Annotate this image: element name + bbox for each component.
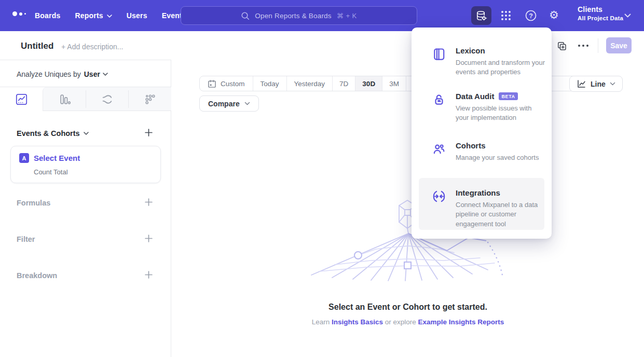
plus-icon [144,128,153,137]
chart-type-dropdown[interactable]: Line [569,76,623,92]
org-name: Clients [578,5,623,13]
nav-item-label: Users [127,11,147,20]
apps-grid-button[interactable] [500,9,512,22]
menu-item-description: Connect Mixpanel to a data pipeline or c… [456,200,546,229]
search-placeholder: Open Reports & Boards [255,12,332,20]
analyze-uniques-row: Analyze Uniques by User [17,70,108,78]
date-range-label: 30D [362,80,375,88]
subtitle-text: Learn [312,318,330,326]
more-options-button[interactable] [578,45,588,47]
nav-item-label: Reports [75,11,103,20]
chevron-down-icon [244,102,250,105]
insights-basics-link[interactable]: Insights Basics [332,318,383,326]
project-selector[interactable]: Clients All Project Data [578,5,623,21]
analyze-label: Analyze Uniques by [17,70,81,78]
settings-button[interactable]: ⚙ [549,9,559,21]
tab-retention[interactable] [129,87,171,111]
menu-item-description: View possible issues with your implement… [456,104,546,123]
menu-item-title: Integrations [456,188,546,197]
tab-insights[interactable] [0,87,43,111]
integrations-arrows-icon [432,188,446,229]
add-breakdown-button[interactable] [144,270,153,279]
global-search-input[interactable]: Open Reports & Boards ⌘ + K [181,6,417,25]
compare-dropdown[interactable]: Compare [199,95,259,112]
calendar-icon [208,79,216,88]
menu-item-lexicon[interactable]: Lexicon Document and transform your even… [432,46,546,77]
nav-item-label: Boards [35,11,60,20]
tab-flows[interactable] [86,87,128,111]
date-range-3m[interactable]: 3M [382,76,406,91]
date-range-label: Today [261,80,279,88]
menu-item-description: Document and transform your events and p… [456,58,546,77]
menu-item-title: Cohorts [456,141,546,150]
filter-section-label: Filter [17,235,35,243]
date-range-label: 3M [389,80,399,88]
funnels-bars-icon [58,93,71,106]
beta-badge: BETA [499,92,517,100]
flows-icon [101,93,114,106]
menu-item-description: Manage your saved cohorts [456,153,546,162]
date-range-today[interactable]: Today [253,76,287,91]
formulas-section-label: Formulas [17,199,50,207]
event-row-card[interactable]: A Select Event Count Total [10,146,161,183]
data-audit-lock-icon [432,92,446,123]
report-canvas: Custom Today Yesterday 7D 30D 3M 6M 12M … [172,60,644,357]
copy-icon [557,41,567,51]
chevron-down-icon [610,82,615,86]
menu-item-cohorts[interactable]: Cohorts Manage your saved cohorts [432,141,546,162]
nav-item-reports[interactable]: Reports [75,11,112,20]
chevron-down-icon [107,15,112,18]
date-range-yesterday[interactable]: Yesterday [287,76,333,91]
event-letter-badge: A [19,153,29,163]
menu-item-data-audit[interactable]: Data AuditBETA View possible issues with… [432,92,546,123]
date-range-7d[interactable]: 7D [333,76,355,91]
breakdown-section-label: Breakdown [17,271,57,280]
lexicon-book-icon [432,46,446,77]
nav-item-boards[interactable]: Boards [35,11,60,20]
top-nav: Boards Reports Users Events Open Reports… [0,0,644,31]
add-filter-button[interactable] [144,234,153,243]
menu-item-integrations[interactable]: Integrations Connect Mixpanel to a data … [432,188,546,229]
menu-item-title: Lexicon [456,46,546,55]
chevron-down-icon [624,13,631,18]
data-management-dropdown: Lexicon Document and transform your even… [412,28,552,239]
data-management-button[interactable] [471,6,491,25]
gear-icon: ⚙ [549,9,559,21]
cohorts-people-icon [432,141,446,162]
add-event-button[interactable] [144,128,153,137]
compare-label: Compare [208,100,240,108]
duplicate-button[interactable] [557,41,567,51]
count-total-label[interactable]: Count Total [34,168,68,176]
analyze-value-dropdown[interactable]: User [84,70,108,78]
date-range-custom[interactable]: Custom [200,76,253,91]
apps-grid-icon [500,9,512,22]
chevron-down-icon [103,73,108,76]
report-description-placeholder[interactable]: + Add description... [61,43,123,51]
example-insights-reports-link[interactable]: Example Insights Reports [418,318,504,326]
svg-text:?: ? [529,12,533,20]
retention-dots-icon [144,93,157,106]
events-cohorts-header[interactable]: Events & Cohorts [17,129,89,138]
report-title[interactable]: Untitled [21,41,53,51]
plus-icon [144,198,153,207]
add-formula-button[interactable] [144,198,153,207]
insights-chart-icon [15,93,28,106]
empty-state-title: Select an Event or Cohort to get started… [172,303,644,312]
chart-type-label: Line [591,80,606,88]
subtitle-text: or explore [385,318,416,326]
help-button[interactable]: ? [525,9,537,22]
date-range-label: 7D [339,80,348,88]
select-event-label[interactable]: Select Event [34,154,80,162]
events-cohorts-label: Events & Cohorts [17,129,80,138]
project-scope: All Project Data [578,15,623,21]
mixpanel-logo[interactable] [12,11,26,16]
date-range-30d[interactable]: 30D [355,76,382,91]
nav-menu: Boards Reports Users Events [35,0,186,31]
menu-item-title: Data AuditBETA [456,92,546,101]
tab-funnels[interactable] [43,87,86,111]
save-button[interactable]: Save [606,37,632,53]
plus-icon [144,270,153,279]
mixpanel-insights-page: Boards Reports Users Events Open Reports… [0,0,644,357]
date-range-label: Custom [221,80,245,88]
nav-item-users[interactable]: Users [127,11,147,20]
